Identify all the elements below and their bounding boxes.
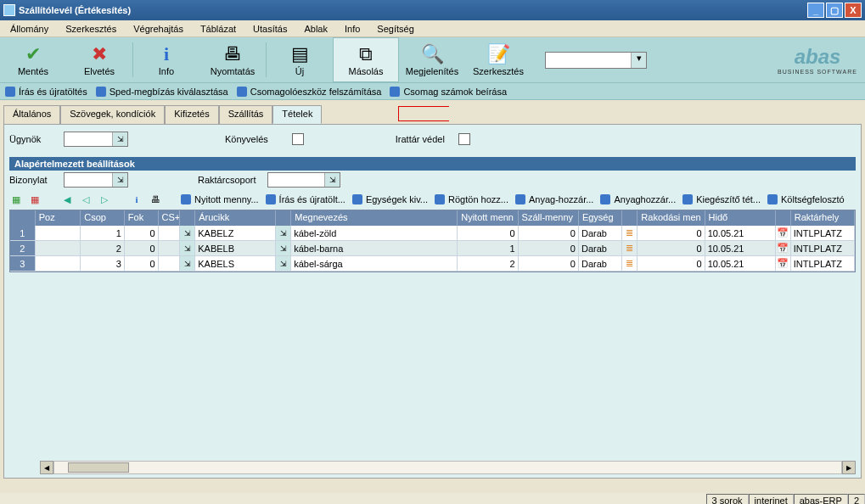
cell-poz[interactable]: [36, 226, 81, 241]
cell-fok[interactable]: 0: [125, 226, 159, 241]
col-fok[interactable]: Fok: [125, 210, 159, 226]
glink-immediate[interactable]: Rögtön hozz...: [435, 194, 508, 204]
col-desc[interactable]: Megnevezés: [291, 210, 458, 226]
cell-csop[interactable]: 1: [81, 226, 125, 241]
maximize-button[interactable]: ▢: [826, 3, 843, 18]
calendar-icon[interactable]: 📅: [776, 256, 791, 272]
scroll-left-button[interactable]: ◀: [40, 461, 53, 474]
col-unit[interactable]: Egység: [579, 210, 623, 226]
row-print-button[interactable]: 🖶: [149, 193, 162, 206]
cell-hido[interactable]: 10.05.21: [705, 226, 776, 241]
table-row[interactable]: 330⇲KABELS⇲kábel-sárga20Darab≣010.05.21📅…: [10, 256, 855, 272]
cell-unit[interactable]: Darab: [579, 256, 623, 272]
cell-unit[interactable]: Darab: [579, 226, 623, 241]
calendar-icon[interactable]: 📅: [776, 241, 791, 256]
menu-info[interactable]: Info: [336, 22, 368, 36]
cell-article[interactable]: KABELS: [195, 256, 276, 272]
glink-cost-alloc[interactable]: Költségfelosztó: [767, 194, 845, 204]
menu-instr[interactable]: Utasítás: [244, 22, 295, 36]
col-whloc[interactable]: Raktárhely: [791, 210, 855, 226]
cell-whloc[interactable]: INTLPLATZ: [791, 256, 855, 272]
delete-row-button[interactable]: ▦: [28, 193, 42, 206]
agent-input[interactable]: ⇲: [64, 132, 128, 147]
close-button[interactable]: X: [845, 3, 862, 18]
cell-shipqty[interactable]: 0: [519, 241, 579, 256]
link-write-reload[interactable]: Írás és újratöltés: [5, 87, 87, 97]
row-info-button[interactable]: i: [130, 193, 143, 206]
menu-edit[interactable]: Szerkesztés: [57, 22, 125, 36]
info-button[interactable]: iInfo: [133, 37, 199, 82]
tab-shipping[interactable]: Szállítás: [219, 105, 273, 124]
cell-openqty[interactable]: 1: [458, 241, 518, 256]
nav-prev-button[interactable]: ◁: [79, 193, 93, 206]
cell-cs[interactable]: [159, 226, 181, 241]
discard-button[interactable]: ✖Elvetés: [66, 37, 132, 82]
cell-whloc[interactable]: INTLPLATZ: [791, 226, 855, 241]
cell-unit[interactable]: Darab: [579, 241, 623, 256]
minimize-button[interactable]: _: [807, 3, 824, 18]
tab-items[interactable]: Tételek: [272, 105, 322, 124]
menu-exec[interactable]: Végrehajtás: [125, 22, 192, 36]
col-hido[interactable]: Hidő: [705, 210, 776, 226]
scroll-right-button[interactable]: ▶: [842, 461, 856, 474]
lookup-icon[interactable]: ⇲: [180, 226, 195, 241]
lookup-icon[interactable]: ⇲: [276, 226, 291, 241]
lookup-icon[interactable]: ⇲: [324, 173, 340, 187]
lookup-icon[interactable]: ⇲: [180, 256, 195, 272]
horizontal-scrollbar[interactable]: ◀ ▶: [9, 461, 856, 474]
glink-material-add[interactable]: Anyag-hozzár...: [515, 194, 593, 204]
cell-hido[interactable]: 10.05.21: [705, 256, 776, 272]
menu-table[interactable]: Táblázat: [192, 22, 244, 36]
cell-loadqty[interactable]: 0: [638, 226, 705, 241]
nav-next-button[interactable]: ▷: [98, 193, 111, 206]
wh-input[interactable]: ⇲: [267, 172, 340, 188]
table-row[interactable]: 220⇲KABELB⇲kábel-barna10Darab≣010.05.21📅…: [10, 241, 855, 256]
cell-hido[interactable]: 10.05.21: [705, 241, 776, 256]
col-openqty[interactable]: Nyitott menn: [458, 210, 518, 226]
cell-desc[interactable]: kábel-barna: [291, 241, 458, 256]
calendar-icon[interactable]: 📅: [776, 226, 791, 241]
glink-units[interactable]: Egységek kiv...: [352, 194, 428, 204]
cell-openqty[interactable]: 2: [458, 256, 518, 272]
edit-button[interactable]: 📝Szerkesztés: [465, 37, 531, 82]
cell-whloc[interactable]: INTLPLATZ: [791, 241, 855, 256]
lookup-icon[interactable]: ⇲: [180, 241, 195, 256]
copy-button[interactable]: ⧉Másolás: [333, 37, 399, 82]
cell-desc[interactable]: kábel-zöld: [291, 226, 458, 241]
cell-csop[interactable]: 3: [81, 256, 125, 272]
new-button[interactable]: ▤Új: [267, 37, 333, 82]
menu-file[interactable]: Állomány: [2, 22, 57, 36]
glink-write-reload[interactable]: Írás és újratölt...: [266, 194, 345, 204]
menu-window[interactable]: Ablak: [295, 22, 336, 36]
tab-payment[interactable]: Kifizetés: [165, 105, 219, 124]
print-button[interactable]: 🖶Nyomtatás: [199, 37, 266, 82]
cell-article[interactable]: KABELZ: [195, 226, 276, 241]
cell-loadqty[interactable]: 0: [638, 256, 705, 272]
col-shipqty[interactable]: Száll-menny: [519, 210, 579, 226]
search-dropdown[interactable]: ▾: [545, 52, 647, 69]
cell-article[interactable]: KABELB: [195, 241, 276, 256]
table-row[interactable]: 110⇲KABELZ⇲kábel-zöld00Darab≣010.05.21📅I…: [10, 226, 855, 241]
chevron-down-icon[interactable]: ▾: [631, 53, 646, 68]
show-button[interactable]: 🔍Megjelenítés: [399, 37, 465, 82]
tab-texts[interactable]: Szövegek, kondíciók: [60, 105, 165, 124]
col-article[interactable]: Árucikk: [195, 210, 276, 226]
cell-poz[interactable]: [36, 241, 81, 256]
list-icon[interactable]: ≣: [622, 226, 638, 241]
cell-fok[interactable]: 0: [125, 256, 159, 272]
nav-first-button[interactable]: ◀: [60, 193, 74, 206]
lookup-icon[interactable]: ⇲: [112, 132, 127, 146]
col-csop[interactable]: Csop: [81, 210, 125, 226]
lookup-icon[interactable]: ⇲: [276, 256, 291, 272]
col-poz[interactable]: Poz: [36, 210, 81, 226]
menu-help[interactable]: Segítség: [368, 22, 422, 36]
scroll-track[interactable]: [53, 461, 842, 474]
glink-additional[interactable]: Kiegészítő tét...: [682, 194, 761, 204]
doc-input[interactable]: ⇲: [64, 172, 128, 188]
booking-checkbox[interactable]: [292, 133, 304, 145]
cell-desc[interactable]: kábel-sárga: [291, 256, 458, 272]
cell-poz[interactable]: [36, 256, 81, 272]
save-button[interactable]: ✔Mentés: [0, 37, 66, 82]
list-icon[interactable]: ≣: [622, 256, 638, 272]
link-packnums[interactable]: Csomag számok beírása: [390, 87, 507, 97]
